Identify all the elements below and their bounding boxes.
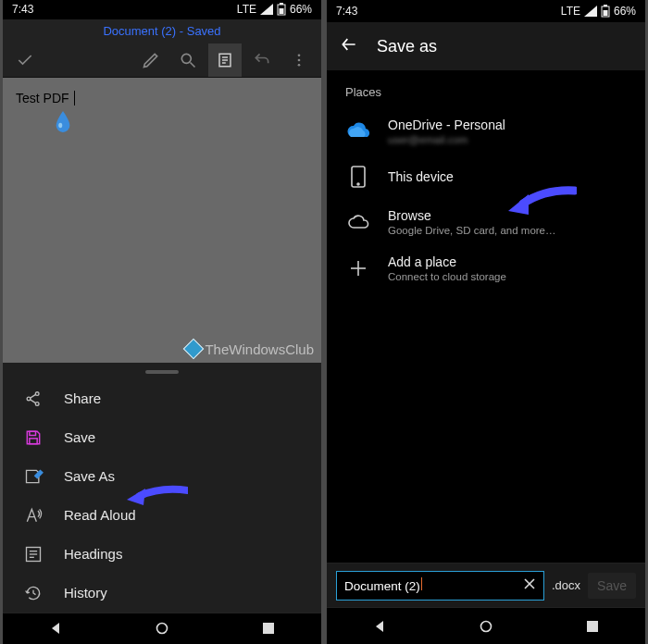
nav-recents-icon[interactable] — [250, 622, 287, 635]
menu-item-share[interactable]: Share — [3, 379, 321, 418]
place-item-add[interactable]: Add a place Connect to cloud storage — [327, 245, 645, 291]
svg-point-9 — [298, 58, 301, 61]
svg-rect-17 — [30, 431, 36, 435]
svg-point-10 — [298, 63, 301, 66]
menu-item-history[interactable]: History — [3, 574, 321, 613]
doc-title-bar: Document (2) - Saved — [3, 19, 321, 43]
signal-icon — [584, 6, 597, 17]
menu-item-save[interactable]: Save — [3, 418, 321, 457]
bottom-sheet-menu: Share Save Save As Read Aloud Headings — [3, 363, 321, 613]
place-title: Add a place — [388, 254, 506, 269]
status-bar: 7:43 LTE 66% — [327, 0, 645, 22]
clear-input-icon[interactable] — [523, 577, 536, 593]
battery-icon — [277, 3, 286, 16]
filename-value: Document (2) — [344, 579, 420, 593]
menu-item-label: Save — [64, 429, 95, 445]
svg-line-16 — [31, 399, 36, 402]
onedrive-cloud-icon — [345, 118, 371, 144]
android-nav-bar — [3, 613, 321, 644]
menu-item-save-as[interactable]: Save As — [3, 457, 321, 496]
pen-icon[interactable] — [134, 43, 168, 77]
save-as-header: Save as — [327, 22, 645, 70]
svg-point-23 — [156, 624, 167, 634]
back-arrow-icon[interactable] — [340, 35, 358, 58]
android-nav-bar — [327, 607, 645, 644]
nav-recents-icon[interactable] — [574, 620, 611, 633]
status-network: LTE — [561, 5, 580, 18]
undo-icon[interactable] — [245, 43, 279, 77]
read-aloud-icon — [23, 505, 44, 526]
battery-icon — [601, 5, 610, 18]
svg-point-11 — [58, 122, 62, 128]
menu-item-label: History — [64, 585, 107, 601]
place-subtitle: user@email.com — [388, 134, 505, 145]
save-as-icon — [23, 466, 44, 487]
signal-icon — [260, 4, 273, 15]
page-title: Save as — [377, 37, 437, 56]
place-item-browse[interactable]: Browse Google Drive, SD card, and more… — [327, 199, 645, 245]
save-icon — [23, 427, 44, 448]
status-network: LTE — [237, 3, 256, 16]
place-title: OneDrive - Personal — [388, 118, 505, 132]
text-cursor — [74, 91, 75, 105]
phone-device-icon — [345, 164, 371, 190]
svg-line-15 — [31, 394, 36, 398]
place-subtitle: Google Drive, SD card, and more… — [388, 225, 556, 236]
svg-rect-1 — [280, 3, 283, 5]
save-button[interactable]: Save — [588, 573, 636, 599]
svg-point-34 — [480, 621, 491, 631]
menu-item-label: Headings — [64, 546, 122, 562]
svg-point-29 — [357, 183, 359, 185]
editor-toolbar — [3, 43, 321, 78]
place-item-device[interactable]: This device — [327, 155, 645, 199]
history-icon — [23, 583, 44, 603]
nav-back-icon[interactable] — [361, 619, 398, 634]
sheet-drag-handle[interactable] — [145, 370, 179, 374]
svg-rect-35 — [587, 621, 598, 632]
svg-point-13 — [35, 391, 39, 395]
filename-input[interactable]: Document (2) — [336, 571, 544, 601]
text-cursor — [421, 577, 422, 590]
watermark: TheWindowsClub — [186, 341, 314, 357]
ink-drop-icon — [53, 109, 73, 133]
nav-home-icon[interactable] — [143, 621, 181, 636]
share-icon — [23, 389, 44, 409]
place-subtitle: Connect to cloud storage — [388, 271, 506, 282]
search-icon[interactable] — [171, 43, 205, 77]
document-text: Test PDF — [16, 91, 69, 105]
document-canvas[interactable]: Test PDF TheWindowsClub — [3, 78, 321, 363]
place-item-onedrive[interactable]: OneDrive - Personal user@email.com — [327, 108, 645, 155]
place-title: This device — [388, 169, 454, 184]
svg-rect-27 — [603, 10, 607, 16]
status-time: 7:43 — [12, 3, 33, 16]
menu-item-label: Share — [64, 390, 101, 406]
svg-rect-26 — [604, 5, 607, 6]
places-section-label: Places — [327, 80, 645, 108]
nav-back-icon[interactable] — [37, 621, 74, 636]
plus-icon — [345, 255, 371, 281]
menu-item-label: Save As — [64, 468, 115, 484]
menu-item-label: Read Aloud — [64, 507, 136, 523]
reading-view-icon[interactable] — [208, 43, 242, 77]
status-bar: 7:43 LTE 66% — [3, 0, 321, 19]
svg-point-3 — [181, 54, 191, 63]
file-extension[interactable]: .docx — [552, 578, 580, 592]
svg-rect-24 — [263, 623, 274, 634]
status-time: 7:43 — [336, 5, 357, 18]
cloud-outline-icon — [345, 209, 371, 235]
svg-point-14 — [35, 402, 39, 405]
menu-item-read-aloud[interactable]: Read Aloud — [3, 496, 321, 535]
confirm-check-icon[interactable] — [8, 43, 42, 77]
svg-point-8 — [298, 54, 301, 56]
status-battery: 66% — [290, 3, 312, 16]
headings-icon — [23, 544, 44, 564]
status-battery: 66% — [614, 5, 636, 18]
svg-rect-2 — [279, 8, 283, 14]
place-title: Browse — [388, 208, 556, 223]
filename-bar: Document (2) .docx Save — [327, 563, 645, 607]
nav-home-icon[interactable] — [467, 619, 505, 634]
overflow-menu-icon[interactable] — [282, 43, 316, 77]
menu-item-headings[interactable]: Headings — [3, 535, 321, 574]
svg-rect-18 — [30, 438, 37, 443]
svg-point-12 — [27, 397, 31, 401]
